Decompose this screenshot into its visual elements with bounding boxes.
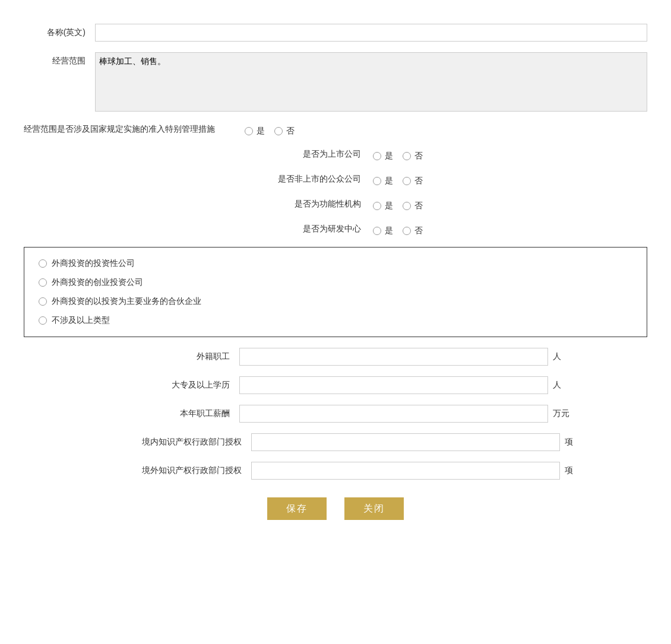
foreign-ip-unit: 项: [560, 465, 584, 476]
business-scope-label: 经营范围: [24, 52, 95, 66]
investment-option-3: 外商投资的以投资为主要业务的合伙企业: [39, 296, 632, 307]
annual-salary-row: 本年职工薪酬 万元: [24, 405, 647, 423]
investment-type-3-radio[interactable]: [39, 297, 47, 306]
investment-type-4-label[interactable]: 不涉及以上类型: [52, 315, 110, 326]
special-mgmt-yes-label[interactable]: 是: [257, 126, 265, 137]
business-scope-textarea[interactable]: 棒球加工、销售。: [95, 52, 647, 112]
public-company-row: 是否非上市的公众公司 是 否: [24, 172, 647, 186]
special-mgmt-label: 经营范围是否涉及国家规定实施的准入特别管理措施: [24, 124, 227, 135]
foreign-staff-input[interactable]: [239, 348, 548, 366]
foreign-ip-row: 境外知识产权行政部门授权 项: [24, 462, 647, 480]
functional-no-label[interactable]: 否: [414, 201, 423, 211]
investment-option-1: 外商投资的投资性公司: [39, 258, 632, 269]
investment-type-4-radio[interactable]: [39, 316, 47, 325]
investment-type-1-radio[interactable]: [39, 259, 47, 268]
listed-company-radio-group: 是 否: [373, 147, 429, 161]
name-en-input[interactable]: [95, 24, 647, 42]
college-edu-label: 大专及以上学历: [99, 380, 230, 391]
listed-company-row: 是否为上市公司 是 否: [24, 147, 647, 161]
listed-company-label: 是否为上市公司: [242, 149, 361, 160]
investment-option-2: 外商投资的创业投资公司: [39, 277, 632, 288]
annual-salary-unit: 万元: [548, 408, 572, 419]
form-container: 各称(英文) 经营范围 棒球加工、销售。 经营范围是否涉及国家规定实施的准入特别…: [24, 12, 647, 532]
annual-salary-input[interactable]: [239, 405, 548, 423]
investment-type-1-label[interactable]: 外商投资的投资性公司: [52, 258, 135, 269]
investment-option-4: 不涉及以上类型: [39, 315, 632, 326]
public-yes-label[interactable]: 是: [385, 176, 393, 186]
foreign-staff-row: 外籍职工 人: [24, 348, 647, 366]
business-scope-row: 经营范围 棒球加工、销售。: [24, 52, 647, 112]
special-mgmt-row: 经营范围是否涉及国家规定实施的准入特别管理措施 是 否: [24, 122, 647, 137]
domestic-ip-input[interactable]: [251, 433, 560, 451]
rd-center-row: 是否为研发中心 是 否: [24, 222, 647, 236]
special-mgmt-no-label[interactable]: 否: [286, 126, 295, 137]
foreign-staff-label: 外籍职工: [99, 351, 230, 362]
close-button[interactable]: 关闭: [344, 497, 404, 520]
college-edu-input[interactable]: [239, 376, 548, 394]
name-en-row: 各称(英文): [24, 24, 647, 42]
rd-center-label: 是否为研发中心: [242, 224, 361, 234]
functional-org-radio-group: 是 否: [373, 197, 429, 211]
domestic-ip-unit: 项: [560, 437, 584, 448]
foreign-ip-label: 境外知识产权行政部门授权: [87, 465, 242, 476]
investment-type-2-label[interactable]: 外商投资的创业投资公司: [52, 277, 143, 288]
investment-type-3-label[interactable]: 外商投资的以投资为主要业务的合伙企业: [52, 296, 201, 307]
functional-org-no-radio[interactable]: [403, 202, 411, 210]
domestic-ip-row: 境内知识产权行政部门授权 项: [24, 433, 647, 451]
functional-org-label: 是否为功能性机构: [242, 199, 361, 210]
listed-yes-label[interactable]: 是: [385, 151, 393, 161]
domestic-ip-label: 境内知识产权行政部门授权: [87, 437, 242, 448]
investment-type-2-radio[interactable]: [39, 278, 47, 287]
public-company-yes-radio[interactable]: [373, 177, 381, 185]
rd-yes-label[interactable]: 是: [385, 226, 393, 236]
save-button[interactable]: 保存: [267, 497, 327, 520]
listed-company-no-radio[interactable]: [403, 152, 411, 160]
public-company-label: 是否非上市的公众公司: [242, 174, 361, 185]
rd-center-yes-radio[interactable]: [373, 227, 381, 235]
special-mgmt-radio-group: 是 否: [245, 122, 300, 137]
public-company-radio-group: 是 否: [373, 172, 429, 186]
rd-center-radio-group: 是 否: [373, 222, 429, 236]
annual-salary-label: 本年职工薪酬: [99, 408, 230, 419]
rd-no-label[interactable]: 否: [414, 226, 423, 236]
public-company-no-radio[interactable]: [403, 177, 411, 185]
listed-no-label[interactable]: 否: [414, 151, 423, 161]
special-mgmt-no-radio[interactable]: [274, 127, 283, 135]
button-row: 保存 关闭: [24, 497, 647, 520]
functional-org-row: 是否为功能性机构 是 否: [24, 197, 647, 211]
functional-org-yes-radio[interactable]: [373, 202, 381, 210]
functional-yes-label[interactable]: 是: [385, 201, 393, 211]
rd-center-no-radio[interactable]: [403, 227, 411, 235]
foreign-ip-input[interactable]: [251, 462, 560, 480]
foreign-staff-unit: 人: [548, 351, 572, 362]
name-en-label: 各称(英文): [24, 27, 95, 38]
public-no-label[interactable]: 否: [414, 176, 423, 186]
investment-type-box: 外商投资的投资性公司 外商投资的创业投资公司 外商投资的以投资为主要业务的合伙企…: [24, 247, 647, 337]
listed-company-yes-radio[interactable]: [373, 152, 381, 160]
special-mgmt-yes-radio[interactable]: [245, 127, 253, 135]
college-edu-unit: 人: [548, 380, 572, 391]
college-edu-row: 大专及以上学历 人: [24, 376, 647, 394]
